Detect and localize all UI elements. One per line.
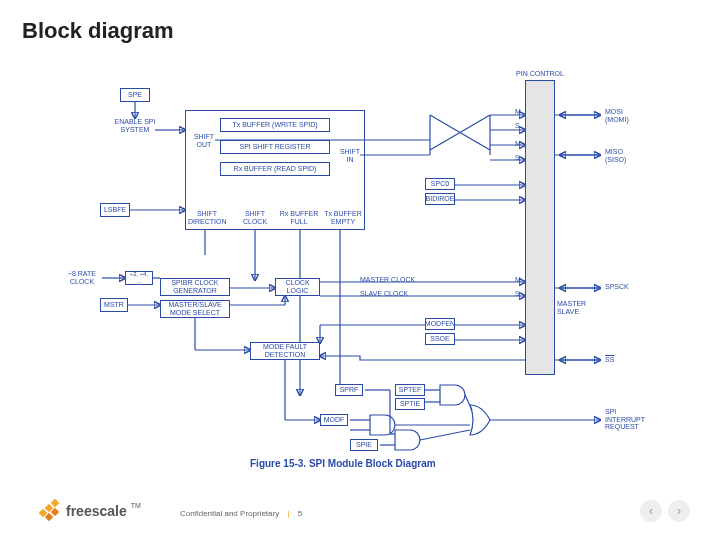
blk-lsbfe: LSBFE [100, 203, 130, 217]
blk-sprf: SPRF [335, 384, 363, 396]
blk-rxbuf: Rx BUFFER (READ SPID) [220, 162, 330, 176]
blk-modfen: MODFEN [425, 318, 455, 330]
svg-line-5 [430, 115, 490, 150]
blk-ssoe: SSOE [425, 333, 455, 345]
lbl-pincontrol: PIN CONTROL [515, 70, 565, 78]
lbl-txempty: Tx BUFFER EMPTY [322, 210, 364, 225]
lbl-rxfull: Rx BUFFER FULL [278, 210, 320, 225]
blk-shiftreg: SPI SHIFT REGISTER [220, 140, 330, 154]
blk-spie: SPIE [350, 439, 378, 451]
blk-spibr: SPIBR CLOCK GENERATOR [160, 278, 230, 296]
lbl-slaveclk: SLAVE CLOCK [360, 290, 420, 298]
blk-modf: MODF [320, 414, 348, 426]
brand-logo: freescale TM [40, 500, 141, 522]
confidential-label: Confidential and Proprietary | 5 [180, 509, 302, 518]
prev-button[interactable]: ‹ [640, 500, 662, 522]
lbl-s3: S [515, 290, 520, 298]
lbl-masterclk: MASTER CLOCK [360, 276, 420, 284]
lbl-m3: M [515, 276, 521, 284]
logo-icon [40, 500, 62, 522]
lbl-masterslave2: MASTER SLAVE [557, 300, 597, 315]
footer: freescale TM Confidential and Proprietar… [0, 492, 720, 522]
page-number: 5 [298, 509, 302, 518]
lbl-miso: MISO (SISO) [605, 148, 645, 163]
pin-control-bar [525, 80, 555, 375]
slide-nav: ‹ › [640, 500, 690, 522]
lbl-m1: M [515, 108, 521, 116]
lbl-shiftout: SHIFT OUT [190, 133, 218, 148]
blk-spc0: SPC0 [425, 178, 455, 190]
brand-tm: TM [131, 502, 141, 509]
lbl-shiftdir: SHIFT DIRECTION [188, 210, 226, 225]
blk-txbuf: Tx BUFFER (WRITE SPID) [220, 118, 330, 132]
page-title: Block diagram [22, 18, 174, 44]
blk-masterslave: MASTER/SLAVE MODE SELECT [160, 300, 230, 318]
svg-line-53 [420, 430, 470, 440]
conf-text: Confidential and Proprietary [180, 509, 279, 518]
lbl-enable: ENABLE SPI SYSTEM [110, 118, 160, 133]
blk-spe: SPE [120, 88, 150, 102]
svg-line-51 [465, 395, 472, 410]
block-diagram: SPE ENABLE SPI SYSTEM SHIFT OUT SHIFT IN… [60, 60, 660, 460]
lbl-s2: S [515, 154, 520, 162]
lbl-x8rate: ÷8 RATE CLOCK [64, 270, 100, 285]
svg-line-6 [430, 115, 490, 150]
lbl-ss: SS [605, 356, 645, 364]
blk-x8: ÷2, ÷4, ... [125, 271, 153, 285]
blk-modefault: MODE FAULT DETECTION [250, 342, 320, 360]
lbl-shiftin: SHIFT IN [338, 148, 362, 163]
figure-caption: Figure 15-3. SPI Module Block Diagram [250, 458, 436, 469]
blk-mstr: MSTR [100, 298, 128, 312]
next-button[interactable]: › [668, 500, 690, 522]
lbl-s1: S [515, 122, 520, 130]
blk-sptef: SPTEF [395, 384, 425, 396]
blk-sptie: SPTIE [395, 398, 425, 410]
lbl-mosi: MOSI (MOMI) [605, 108, 645, 123]
blk-clocklogic: CLOCK LOGIC [275, 278, 320, 296]
lbl-shiftclk: SHIFT CLOCK [238, 210, 272, 225]
lbl-spsck: SPSCK [605, 283, 645, 291]
brand-text: freescale [66, 503, 127, 519]
lbl-spiirq: SPI INTERRUPT REQUEST [605, 408, 655, 431]
blk-bidiroe: BIDIROE [425, 193, 455, 205]
lbl-m2: M [515, 140, 521, 148]
